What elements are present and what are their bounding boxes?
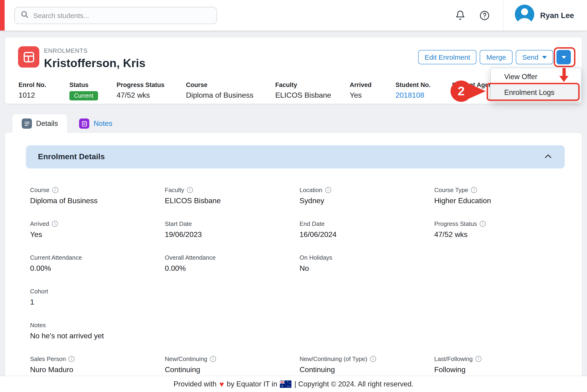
field-on-holidays: On HolidaysNo xyxy=(295,254,430,275)
field-last-following: Last/FollowingiFollowing xyxy=(430,356,565,376)
info-icon[interactable]: i xyxy=(69,356,75,362)
field-label: Last/Followingi xyxy=(434,356,565,362)
field-label-text: Location xyxy=(300,186,322,194)
field-label-text: Start Date xyxy=(165,220,192,227)
field-label: Notes xyxy=(30,322,161,328)
info-col-faculty: FacultyELICOS Bisbane xyxy=(275,82,331,100)
field-value: Higher Education xyxy=(434,197,565,205)
more-actions-dropdown-toggle[interactable] xyxy=(557,50,571,64)
info-icon[interactable]: i xyxy=(210,356,216,362)
info-icon[interactable]: i xyxy=(471,187,477,193)
enrolments-app-icon xyxy=(18,46,39,68)
field-label: On Holidays xyxy=(300,254,430,261)
topbar: Ryan Lee xyxy=(0,0,587,30)
australia-flag-icon xyxy=(280,380,292,388)
help-icon[interactable] xyxy=(479,10,490,20)
info-icon[interactable]: i xyxy=(480,221,486,227)
field-label: Course Typei xyxy=(434,186,565,194)
field-course-type: Course TypeiHigher Education xyxy=(430,186,565,207)
topbar-right: Ryan Lee xyxy=(455,0,587,30)
field-label: Current Attendance xyxy=(30,254,161,261)
info-value: ELICOS Bisbane xyxy=(275,91,331,100)
info-icon[interactable]: i xyxy=(187,187,193,193)
status-badge: Current xyxy=(69,91,98,100)
field-label-text: Sales Person xyxy=(30,356,66,362)
footer-text-mid: by Equator IT in xyxy=(227,380,277,388)
enrolment-header-card: ENROLMENTS Kristofferson, Kris Edit Enro… xyxy=(5,38,582,104)
field-cohort: Cohort1 xyxy=(26,288,161,309)
caret-down-icon xyxy=(561,56,566,58)
field-label-text: Course xyxy=(30,186,49,194)
field-label-text: Progress Status xyxy=(434,220,477,227)
notifications-bell-icon[interactable] xyxy=(455,10,465,20)
header-titles: ENROLMENTS Kristofferson, Kris xyxy=(44,47,145,70)
field-value: Following xyxy=(434,366,565,374)
field-value: Yes xyxy=(30,230,161,239)
info-icon[interactable]: i xyxy=(52,221,58,227)
info-label: Faculty xyxy=(275,82,331,88)
user-name: Ryan Lee xyxy=(540,11,574,20)
info-col-enrol-no: Enrol No.1012 xyxy=(18,82,46,100)
details-panel: Enrolment Details CourseiDiploma of Busi… xyxy=(5,133,582,392)
search-box[interactable] xyxy=(14,7,217,24)
field-value: 0.00% xyxy=(30,264,161,272)
menu-item-enrolment-logs[interactable]: Enrolment Logs xyxy=(491,85,581,100)
field-notes: NotesNo he's not arrived yet xyxy=(26,322,161,342)
field-current-attendance: Current Attendance0.00% xyxy=(26,254,161,275)
user-menu[interactable]: Ryan Lee xyxy=(503,4,587,26)
field-course: CourseiDiploma of Business xyxy=(26,186,161,207)
page-title: Kristofferson, Kris xyxy=(44,56,145,70)
info-col-progress-status: Progress Status47/52 wks xyxy=(116,82,164,100)
send-button[interactable]: Send xyxy=(516,50,553,64)
header-actions: Edit Enrolment Merge Send xyxy=(418,50,571,64)
more-actions-menu: View OfferEnrolment Logs xyxy=(490,68,582,102)
field-new-continuing-of-type: New/Continuing (of Type)iContinuing xyxy=(295,356,430,376)
info-col-student-no: Student No.2018108 xyxy=(396,82,431,100)
field-label-text: Overall Attendance xyxy=(165,254,216,261)
merge-button[interactable]: Merge xyxy=(480,50,513,64)
field-new-continuing: New/ContinuingiContinuing xyxy=(161,356,296,376)
field-label-text: Arrived xyxy=(30,220,49,227)
info-label: Student No. xyxy=(396,82,431,88)
info-value: Yes xyxy=(350,91,372,100)
field-start-date: Start Date19/06/2023 xyxy=(161,220,296,241)
field-value: Continuing xyxy=(165,366,296,374)
field-value: Sydney xyxy=(300,197,430,205)
field-label: Sales Personi xyxy=(30,356,161,362)
edit-enrolment-button[interactable]: Edit Enrolment xyxy=(418,50,477,64)
notes-tab-icon xyxy=(79,118,89,129)
caret-down-icon xyxy=(542,56,547,58)
enrolment-details-section-header[interactable]: Enrolment Details xyxy=(26,145,565,168)
field-label: Facultyi xyxy=(165,186,296,194)
app-root: Ryan Lee ENROLMENTS Kristofferson, Kris … xyxy=(0,0,587,392)
student-no-link[interactable]: 2018108 xyxy=(396,91,431,100)
info-value: Current xyxy=(69,91,98,100)
tab-notes[interactable]: Notes xyxy=(70,114,122,133)
section-title: Enrolment Details xyxy=(38,152,544,162)
info-icon[interactable]: i xyxy=(325,187,331,193)
annotation-arrow-down xyxy=(563,68,566,76)
collapse-section-button[interactable] xyxy=(544,152,553,162)
field-location: LocationiSydney xyxy=(295,186,430,207)
topbar-accent-bar xyxy=(0,0,5,30)
info-icon[interactable]: i xyxy=(370,356,376,362)
info-icon[interactable]: i xyxy=(476,356,482,362)
tab-details-label: Details xyxy=(36,120,58,128)
enrolment-fields-grid: CourseiDiploma of BusinessFacultyiELICOS… xyxy=(26,186,565,389)
field-value: 19/06/2023 xyxy=(165,230,296,239)
field-value: Continuing xyxy=(300,366,430,374)
field-label: End Date xyxy=(300,220,430,227)
search-input[interactable] xyxy=(33,12,210,20)
info-label: Progress Status xyxy=(116,82,164,88)
field-value: Diploma of Business xyxy=(30,197,161,205)
tab-details[interactable]: Details xyxy=(12,114,67,133)
send-button-label: Send xyxy=(522,53,539,61)
info-label: Course xyxy=(186,82,253,88)
footer: Provided with ♥ by Equator IT in xyxy=(0,376,587,392)
field-value: 1 xyxy=(30,298,161,306)
info-icon[interactable]: i xyxy=(52,187,58,193)
info-col-course: CourseDiploma of Business xyxy=(186,82,253,100)
field-label-text: New/Continuing xyxy=(165,356,207,362)
search-icon xyxy=(21,11,29,20)
field-label-text: Notes xyxy=(30,322,46,328)
